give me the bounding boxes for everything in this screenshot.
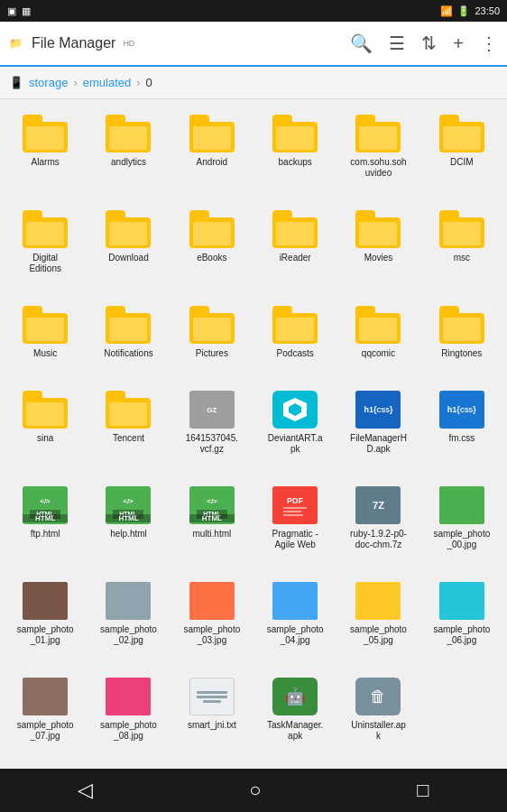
file-item-26[interactable]: </> HTMLmulti.html — [171, 478, 254, 570]
file-item-7[interactable]: Download — [87, 202, 170, 294]
file-label-11: msc — [454, 253, 470, 263]
file-label-10: Movies — [364, 253, 393, 263]
recent-button[interactable]: □ — [399, 771, 447, 809]
breadcrumb-emulated[interactable]: emulated — [83, 76, 131, 89]
file-item-17[interactable]: Ringtones — [420, 298, 503, 379]
file-icon-15 — [270, 303, 320, 346]
file-item-8[interactable]: eBooks — [171, 202, 254, 294]
file-item-23[interactable]: h1{CSS}fm.css — [420, 383, 503, 475]
file-item-22[interactable]: h1{CSS}FileManagerH D.apk — [336, 383, 419, 475]
file-icon-31 — [103, 579, 153, 623]
file-label-39: TaskManager. apk — [267, 720, 323, 742]
file-item-28[interactable]: 7Zruby-1.9.2-p0- doc-chm.7z — [336, 478, 419, 570]
file-label-16: qqcomic — [362, 348, 395, 359]
file-item-21[interactable]: DeviantART.a pk — [254, 383, 336, 475]
file-icon-9 — [270, 208, 320, 251]
file-icon-29 — [437, 484, 487, 527]
file-item-30[interactable]: sample_photo _01.jpg — [4, 574, 87, 666]
file-icon-16 — [353, 303, 403, 346]
file-icon-17 — [437, 303, 487, 346]
file-item-20[interactable]: GZ1641537045. vcf.gz — [171, 383, 254, 475]
svg-rect-2 — [30, 492, 60, 519]
file-item-38[interactable]: smart_jni.txt — [171, 669, 254, 761]
home-button[interactable]: ○ — [231, 771, 279, 809]
file-item-9[interactable]: iReader — [254, 202, 336, 294]
file-label-31: sample_photo _02.jpg — [100, 624, 157, 646]
svg-text:HTML: HTML — [120, 511, 138, 517]
file-icon-20: GZ — [187, 388, 237, 431]
file-item-14[interactable]: Pictures — [171, 298, 254, 379]
file-item-0[interactable]: Alarms — [4, 106, 87, 198]
file-item-39[interactable]: 🤖TaskManager. apk — [254, 669, 336, 761]
file-icon-34 — [353, 579, 403, 623]
file-item-35[interactable]: sample_photo _06.jpg — [420, 574, 503, 666]
file-icon-19 — [103, 388, 153, 431]
file-item-24[interactable]: </> HTMLftp.html — [4, 478, 87, 570]
file-icon-33 — [270, 579, 320, 623]
file-item-15[interactable]: Podcasts — [254, 298, 336, 379]
file-item-4[interactable]: com.sohu.soh uvideo — [336, 106, 419, 198]
file-item-31[interactable]: sample_photo _02.jpg — [87, 574, 170, 666]
file-icon-5 — [437, 112, 487, 155]
file-item-6[interactable]: Digital Editions — [4, 202, 87, 294]
sort-icon[interactable]: ⇅ — [421, 32, 437, 54]
battery-icon: 🔋 — [457, 5, 470, 17]
file-item-11[interactable]: msc — [420, 202, 503, 294]
file-item-36[interactable]: sample_photo _07.jpg — [4, 669, 87, 761]
file-item-27[interactable]: PDF Pragmatic - Agile Web — [254, 478, 336, 570]
toolbar-title: File Manager HD — [32, 35, 341, 51]
file-label-3: backups — [279, 157, 312, 168]
file-item-2[interactable]: Android — [171, 106, 254, 198]
file-item-5[interactable]: DCIM — [420, 106, 503, 198]
back-button[interactable]: ◁ — [60, 771, 111, 809]
svg-rect-16 — [283, 507, 307, 509]
file-item-40[interactable]: 🗑Uninstaller.ap k — [336, 669, 419, 761]
file-item-16[interactable]: qqcomic — [336, 298, 419, 379]
more-icon[interactable]: ⋮ — [480, 32, 498, 54]
file-label-35: sample_photo _06.jpg — [433, 624, 490, 646]
file-icon-26: </> HTML — [187, 484, 237, 527]
file-icon-0 — [20, 112, 70, 155]
file-label-14: Pictures — [196, 348, 228, 359]
file-icon-25: </> HTML — [103, 484, 153, 527]
file-icon-28: 7Z — [353, 484, 403, 527]
file-icon-38 — [187, 675, 237, 718]
file-item-1[interactable]: andlytics — [87, 106, 170, 198]
file-item-18[interactable]: sina — [4, 383, 87, 475]
file-item-3[interactable]: backups — [254, 106, 336, 198]
wifi-icon: 📶 — [440, 5, 453, 17]
file-icon-1 — [103, 112, 153, 155]
file-icon-32 — [187, 579, 237, 623]
breadcrumb-0[interactable]: 0 — [146, 76, 152, 89]
file-label-25: help.html — [110, 529, 147, 540]
svg-text:</>: </> — [124, 497, 134, 505]
file-item-19[interactable]: Tencent — [87, 383, 170, 475]
search-icon[interactable]: 🔍 — [350, 32, 373, 54]
file-item-29[interactable]: sample_photo _00.jpg — [420, 478, 503, 570]
file-icon-12 — [20, 303, 70, 346]
file-label-29: sample_photo _00.jpg — [433, 529, 490, 550]
breadcrumb-storage[interactable]: storage — [29, 76, 68, 89]
file-label-40: Uninstaller.ap k — [351, 720, 406, 742]
file-icon-39: 🤖 — [270, 675, 320, 718]
file-item-37[interactable]: sample_photo _08.jpg — [87, 669, 170, 761]
status-right-icons: 📶 🔋 23:50 — [440, 5, 500, 17]
file-item-25[interactable]: </> HTMLhelp.html — [87, 478, 170, 570]
svg-text:</>: </> — [207, 497, 217, 505]
title-suffix: HD — [123, 39, 134, 48]
file-item-10[interactable]: Movies — [336, 202, 419, 294]
svg-rect-17 — [283, 511, 301, 512]
file-icon-37 — [103, 675, 153, 718]
file-label-6: Digital Editions — [29, 253, 61, 274]
svg-text:PDF: PDF — [287, 496, 304, 505]
file-item-34[interactable]: sample_photo _05.jpg — [336, 574, 419, 666]
add-icon[interactable]: + — [453, 33, 464, 54]
file-item-13[interactable]: Notifications — [87, 298, 170, 379]
file-icon-2 — [187, 112, 237, 155]
file-label-27: Pragmatic - Agile Web — [272, 529, 318, 550]
file-item-12[interactable]: Music — [4, 298, 87, 379]
list-view-icon[interactable]: ☰ — [389, 32, 405, 54]
svg-rect-10 — [197, 492, 227, 519]
file-item-32[interactable]: sample_photo _03.jpg — [171, 574, 254, 666]
file-item-33[interactable]: sample_photo _04.jpg — [254, 574, 336, 666]
